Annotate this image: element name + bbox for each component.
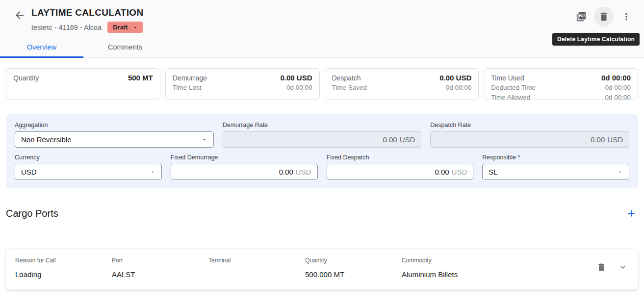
expand-cargo-port-button[interactable] [617,261,629,273]
chevron-down-icon [618,262,628,272]
breadcrumb-subtitle: testetc - 41169 - Alcoa [31,24,102,31]
currency-select[interactable]: USD [15,164,162,180]
currency-field: Currency USD [15,154,162,180]
fixed-demurrage-label: Fixed Demurrage [171,154,318,161]
demurrage-value: 0.00 USD [280,73,312,83]
aggregation-select[interactable]: Non Reversible [15,131,214,148]
demurrage-rate-field: Demurrage Rate 0.00 USD [223,122,422,148]
fixed-despatch-label: Fixed Despatch [327,154,474,161]
quantity-label: Quantity [13,73,39,83]
page-title: LAYTIME CALCULATION [31,7,143,19]
responsible-label: Responsible * [482,154,629,161]
trash-icon [596,262,606,272]
time-allowed-label: Time Allowed [491,93,530,102]
despatch-rate-field: Despatch Rate 0.00 USD [430,122,629,148]
aggregation-label: Aggregation [15,122,214,128]
responsible-select[interactable]: SL [482,164,629,180]
delete-cargo-port-button[interactable] [595,261,607,273]
despatch-rate-label: Despatch Rate [430,122,629,128]
dropdown-caret-icon [202,137,207,143]
commodity-header: Commodity [402,257,498,264]
time-used-label: Time Used [491,73,524,83]
fixed-despatch-value: 0.00 [435,168,449,176]
fixed-despatch-input[interactable]: 0.00 USD [327,164,474,180]
tab-bar: Overview Comments [0,38,167,58]
despatch-rate-currency: USD [607,135,623,144]
time-lost-label: Time Lost [173,83,202,93]
despatch-label: Despatch [332,73,361,83]
terminal-header: Terminal [208,257,305,264]
demurrage-card: Demurrage 0.00 USD Time Lost 0d 00:00 [165,68,320,100]
demurrage-rate-currency: USD [400,135,415,144]
time-used-value: 0d 00:00 [601,73,631,83]
time-lost-value: 0d 00:00 [286,83,312,93]
more-vert-icon [621,11,632,22]
currency-label: Currency [15,154,162,161]
responsible-value: SL [489,168,497,176]
delete-button[interactable] [594,7,614,26]
port-cell: Port AALST [112,257,208,279]
summary-cards: Quantity 500 MT Demurrage 0.00 USD Time … [6,68,638,100]
currency-value: USD [21,168,37,176]
pdf-icon [576,11,587,22]
fixed-demurrage-field: Fixed Demurrage 0.00 USD [171,154,318,180]
fixed-demurrage-value: 0.00 [279,168,293,176]
commodity-value: Aluminium Billets [402,270,498,279]
commodity-cell: Commodity Aluminium Billets [402,257,498,279]
dropdown-caret-icon [150,169,155,175]
terminal-cell: Terminal [208,257,305,270]
quantity-value: 500 MT [128,73,153,83]
demurrage-rate-value: 0.00 [383,135,397,144]
fixed-despatch-currency: USD [452,168,467,176]
quantity-cell-value: 500.000 MT [305,270,402,279]
time-saved-value: 0d 00:00 [446,83,472,93]
fixed-demurrage-input[interactable]: 0.00 USD [171,164,318,180]
status-badge[interactable]: Draft [107,22,142,33]
cargo-port-row: Reason for Call Loading Port AALST Termi… [6,249,638,290]
plus-icon [626,208,637,219]
tab-comments[interactable]: Comments [83,38,167,58]
despatch-rate-input: 0.00 USD [430,131,629,148]
back-button[interactable] [14,9,26,22]
reason-for-call-value: Loading [15,270,112,279]
time-saved-label: Time Saved [332,83,367,93]
time-allowed-value: 0d 00:00 [605,93,631,102]
responsible-field: Responsible * SL [482,154,629,180]
quantity-cell: Quantity 500.000 MT [305,257,402,279]
add-cargo-port-button[interactable] [624,206,638,220]
quantity-card: Quantity 500 MT [6,68,160,100]
fixed-demurrage-currency: USD [296,168,311,176]
page-header: LAYTIME CALCULATION testetc - 41169 - Al… [0,0,644,58]
tab-overview[interactable]: Overview [0,38,83,58]
aggregation-field: Aggregation Non Reversible [15,122,214,148]
despatch-card: Despatch 0.00 USD Time Saved 0d 00:00 [325,68,479,100]
demurrage-rate-input: 0.00 USD [223,131,422,148]
laytime-settings-panel: Aggregation Non Reversible Demurrage Rat… [6,114,638,188]
despatch-rate-value: 0.00 [591,135,605,144]
trash-icon [598,11,609,22]
status-badge-label: Draft [113,24,128,31]
fixed-despatch-field: Fixed Despatch 0.00 USD [327,154,474,180]
port-value: AALST [112,270,208,279]
port-header: Port [112,257,208,264]
dropdown-caret-icon [617,169,623,175]
demurrage-label: Demurrage [173,73,207,83]
despatch-value: 0.00 USD [439,73,471,83]
arrow-back-icon [14,9,26,21]
deducted-time-value: 0d 00:00 [605,83,631,93]
aggregation-value: Non Reversible [21,135,72,144]
quantity-header: Quantity [305,257,402,264]
demurrage-rate-label: Demurrage Rate [223,122,422,128]
reason-for-call-cell: Reason for Call Loading [15,257,112,279]
time-used-card: Time Used 0d 00:00 Deducted Time 0d 00:0… [484,68,638,100]
chevron-down-icon [132,25,138,30]
deducted-time-label: Deducted Time [491,83,536,93]
more-menu-button[interactable] [617,7,636,26]
export-pdf-button[interactable] [571,7,591,26]
cargo-ports-title: Cargo Ports [6,208,58,219]
reason-for-call-header: Reason for Call [15,257,112,264]
delete-tooltip: Delete Laytime Calculation [552,33,640,46]
